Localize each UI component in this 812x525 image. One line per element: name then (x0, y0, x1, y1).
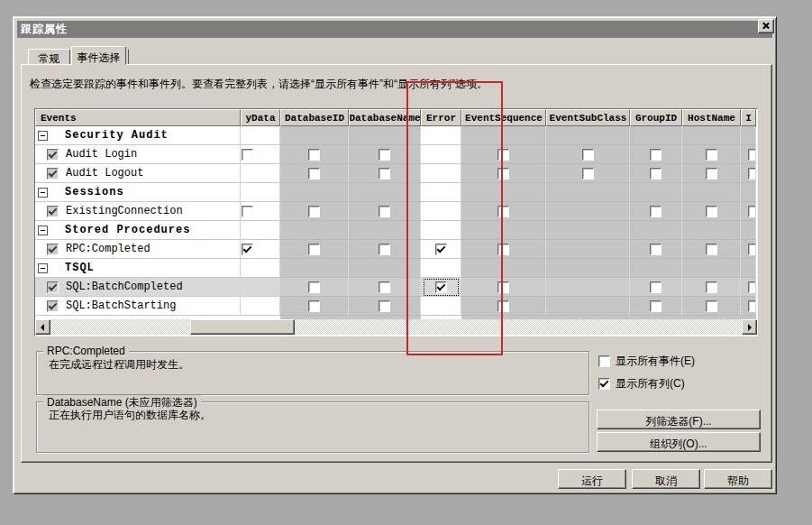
cell-iCol (741, 164, 756, 183)
event-row[interactable]: RPC:Completed (35, 240, 757, 259)
category-row[interactable]: TSQL (35, 259, 757, 278)
cell-groupID (630, 297, 682, 316)
minus-icon (41, 230, 45, 231)
error-checkbox[interactable] (435, 244, 447, 255)
scroll-left-button[interactable] (35, 319, 50, 335)
show-all-columns-checkbox[interactable] (598, 378, 610, 390)
databaseName-checkbox[interactable] (379, 244, 390, 255)
iCol-checkbox[interactable] (748, 244, 756, 255)
event-enabled-checkbox[interactable] (47, 281, 59, 293)
databaseName-checkbox[interactable] (379, 149, 390, 161)
show-all-events-option[interactable]: 显示所有事件(E) (598, 354, 695, 369)
event-enabled-checkbox[interactable] (47, 149, 59, 161)
event-enabled-checkbox[interactable] (47, 300, 59, 312)
column-filters-button[interactable]: 列筛选器(F)... (597, 410, 761, 429)
eventSequence-checkbox[interactable] (497, 206, 509, 217)
iCol-checkbox[interactable] (748, 281, 756, 293)
databaseID-checkbox[interactable] (308, 300, 320, 312)
iCol-checkbox[interactable] (748, 149, 756, 161)
scroll-right-button[interactable] (742, 319, 757, 335)
cell-yData (241, 297, 280, 316)
titlebar[interactable]: 跟踪属性 (17, 21, 772, 38)
iCol-checkbox[interactable] (748, 206, 756, 217)
eventSequence-checkbox[interactable] (497, 300, 509, 312)
databaseID-checkbox[interactable] (308, 168, 320, 180)
cell-eventSubClass (546, 145, 630, 164)
cell-databaseID (280, 164, 349, 183)
groupID-checkbox[interactable] (650, 168, 661, 180)
hostName-checkbox[interactable] (706, 149, 717, 161)
event-enabled-checkbox[interactable] (47, 206, 59, 217)
category-label: Sessions (65, 186, 124, 198)
event-row[interactable]: ExistingConnection (35, 202, 757, 221)
hostName-checkbox[interactable] (706, 244, 717, 255)
tab-events-selection[interactable]: 事件选择 (71, 46, 126, 65)
eventSequence-checkbox[interactable] (497, 168, 509, 180)
event-enabled-checkbox[interactable] (47, 244, 59, 255)
databaseID-checkbox[interactable] (308, 281, 320, 293)
cancel-button[interactable]: 取消 (632, 469, 700, 489)
event-row[interactable]: SQL:BatchStarting (35, 297, 757, 316)
collapse-minus-icon[interactable] (38, 188, 48, 198)
hostName-checkbox[interactable] (706, 281, 717, 293)
iCol-checkbox[interactable] (748, 168, 756, 180)
yData-checkbox[interactable] (242, 206, 253, 217)
show-all-columns-option[interactable]: 显示所有列(C) (598, 376, 685, 391)
cell-hostName (682, 221, 741, 240)
databaseName-checkbox[interactable] (379, 300, 390, 312)
hostName-checkbox[interactable] (706, 206, 717, 217)
event-enabled-checkbox[interactable] (47, 168, 59, 180)
cell-yData (241, 259, 280, 278)
cell-events: Sessions (35, 183, 241, 202)
databaseName-checkbox[interactable] (379, 206, 390, 217)
category-row[interactable]: Stored Procedures (35, 221, 757, 240)
eventSubClass-checkbox[interactable] (582, 168, 594, 180)
category-row[interactable]: Security Audit (35, 126, 757, 145)
arrow-left-icon (41, 324, 44, 331)
scrollbar-thumb[interactable] (190, 319, 295, 335)
yData-checkbox[interactable] (242, 149, 253, 161)
organize-columns-button[interactable]: 组织列(O)... (597, 432, 761, 452)
databaseName-checkbox[interactable] (379, 281, 390, 293)
databaseID-checkbox[interactable] (308, 149, 320, 161)
event-label: ExistingConnection (66, 205, 183, 217)
hostName-checkbox[interactable] (706, 300, 717, 312)
iCol-checkbox[interactable] (748, 300, 756, 312)
show-all-events-checkbox[interactable] (598, 355, 610, 367)
horizontal-scrollbar[interactable] (35, 319, 757, 335)
collapse-minus-icon[interactable] (38, 263, 48, 273)
eventSubClass-checkbox[interactable] (582, 149, 594, 161)
focused-cell[interactable] (424, 279, 459, 296)
groupID-checkbox[interactable] (650, 281, 661, 293)
collapse-minus-icon[interactable] (38, 131, 48, 141)
hostName-checkbox[interactable] (706, 168, 717, 180)
databaseID-checkbox[interactable] (308, 206, 320, 217)
event-row[interactable]: Audit Logout (35, 164, 757, 183)
cell-events: ExistingConnection (35, 202, 241, 221)
event-row[interactable]: Audit Login (35, 145, 757, 164)
event-description-text: 在完成远程过程调用时发生。 (49, 357, 581, 373)
databaseID-checkbox[interactable] (308, 244, 320, 255)
error-checkbox[interactable] (435, 281, 447, 293)
tab-general[interactable]: 常规 (28, 49, 70, 65)
groupID-checkbox[interactable] (650, 206, 661, 217)
databaseName-checkbox[interactable] (379, 168, 390, 180)
help-button[interactable]: 帮助 (704, 469, 772, 489)
groupID-checkbox[interactable] (650, 300, 661, 312)
close-button[interactable] (758, 19, 774, 33)
cell-databaseID (280, 278, 349, 297)
eventSequence-checkbox[interactable] (497, 281, 509, 293)
event-row[interactable]: SQL:BatchCompleted (35, 278, 757, 297)
eventSequence-checkbox[interactable] (497, 244, 509, 255)
cell-iCol (741, 278, 756, 297)
column-header-events: Events (35, 109, 241, 126)
eventSequence-checkbox[interactable] (497, 149, 509, 161)
groupID-checkbox[interactable] (650, 244, 661, 255)
run-button[interactable]: 运行 (558, 469, 626, 489)
grid-header: EventsyDataDatabaseIDDatabaseNameErrorEv… (35, 109, 757, 126)
groupID-checkbox[interactable] (650, 149, 661, 161)
category-row[interactable]: Sessions (35, 183, 757, 202)
yData-checkbox[interactable] (242, 244, 253, 255)
cell-databaseName (349, 164, 421, 183)
collapse-minus-icon[interactable] (38, 226, 48, 235)
